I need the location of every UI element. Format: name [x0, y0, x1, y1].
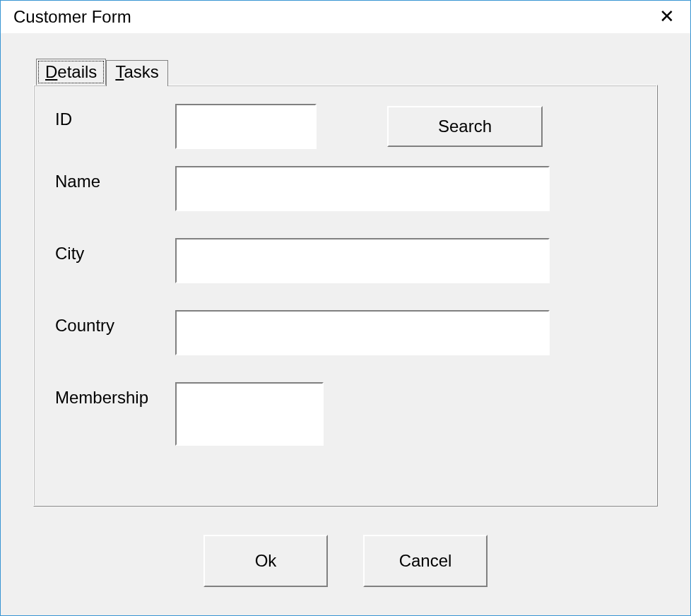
form-row-id: ID Search [55, 104, 636, 149]
tab-tasks[interactable]: Tasks [106, 60, 167, 86]
form-row-country: Country [55, 310, 636, 355]
close-icon[interactable]: ✕ [656, 6, 678, 28]
tab-details-label-rest: etails [57, 62, 97, 81]
label-name: Name [55, 166, 175, 191]
membership-input[interactable] [175, 382, 324, 446]
field-cell-name [175, 166, 636, 211]
client-area: Details Tasks ID Search Name [1, 33, 690, 615]
tab-details-mnemonic: D [45, 62, 57, 81]
label-membership: Membership [55, 382, 175, 408]
label-country: Country [55, 310, 175, 336]
label-city: City [55, 238, 175, 263]
field-cell-id: Search [175, 104, 636, 149]
form-row-membership: Membership [55, 382, 636, 446]
label-id: ID [55, 104, 175, 129]
city-input[interactable] [175, 238, 550, 283]
field-cell-membership [175, 382, 636, 446]
field-cell-country [175, 310, 636, 355]
country-input[interactable] [175, 310, 550, 355]
tab-panel-details: ID Search Name City [33, 85, 658, 507]
tab-details[interactable]: Details [36, 59, 106, 85]
search-button[interactable]: Search [387, 106, 543, 147]
customer-form-window: Customer Form ✕ Details Tasks ID Search [0, 0, 691, 616]
id-input[interactable] [175, 104, 317, 149]
titlebar: Customer Form ✕ [1, 1, 690, 33]
tab-strip: Details Tasks [36, 59, 658, 85]
tab-tasks-mnemonic: T [115, 62, 124, 81]
window-title: Customer Form [13, 7, 131, 27]
form-row-name: Name [55, 166, 636, 211]
button-bar: Ok Cancel [33, 507, 658, 594]
ok-button[interactable]: Ok [203, 535, 328, 587]
panel-inner: ID Search Name City [34, 85, 657, 471]
tab-tasks-label-rest: asks [124, 62, 158, 81]
field-cell-city [175, 238, 636, 283]
cancel-button[interactable]: Cancel [363, 535, 488, 587]
name-input[interactable] [175, 166, 550, 211]
form-row-city: City [55, 238, 636, 283]
